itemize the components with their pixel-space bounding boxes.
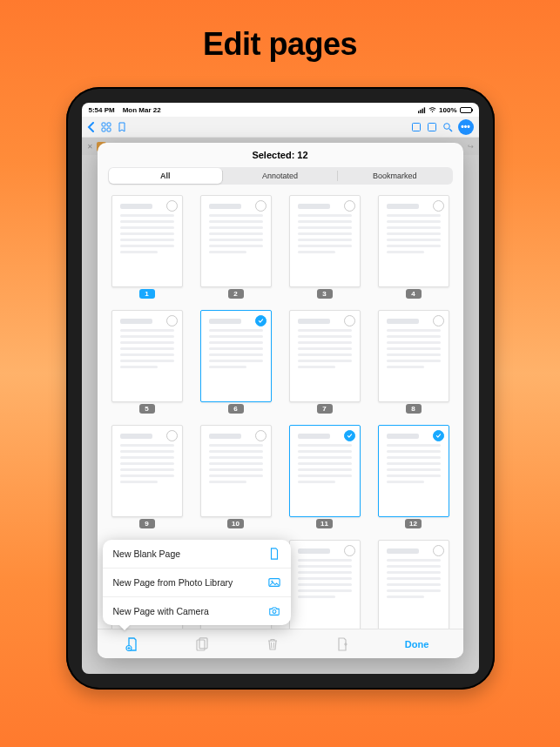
selection-indicator[interactable] xyxy=(344,545,355,556)
page-thumbnail[interactable]: 2 xyxy=(195,195,277,303)
thumbnails-icon[interactable] xyxy=(101,122,111,132)
more-button[interactable]: ••• xyxy=(458,119,474,135)
battery-percent: 100% xyxy=(439,106,456,114)
selection-indicator[interactable] xyxy=(166,200,178,212)
segment-annotated[interactable]: Annotated xyxy=(223,168,337,184)
page-number-badge: 6 xyxy=(228,404,244,414)
page-thumbnail[interactable]: 10 xyxy=(195,425,277,533)
selection-indicator[interactable] xyxy=(344,200,355,212)
page-preview xyxy=(378,540,449,629)
file-icon xyxy=(268,548,280,560)
selection-indicator[interactable] xyxy=(433,315,444,326)
app-navbar: ••• xyxy=(82,117,479,138)
page-editor-modal: Selected: 12 All Annotated Bookmarked 12… xyxy=(98,143,463,658)
status-date: Mon Mar 22 xyxy=(123,106,161,114)
page-preview xyxy=(111,425,183,517)
selection-indicator[interactable] xyxy=(433,200,444,212)
svg-rect-1 xyxy=(420,110,421,113)
svg-rect-5 xyxy=(102,123,105,126)
page-thumbnail[interactable]: 16 xyxy=(373,540,455,629)
page-number-badge: 2 xyxy=(228,289,244,299)
svg-rect-8 xyxy=(107,128,111,131)
bookmark-icon[interactable] xyxy=(117,122,127,132)
page-preview xyxy=(289,425,361,517)
toolbar-icon-b[interactable] xyxy=(427,122,437,132)
export-page-button[interactable] xyxy=(334,636,350,652)
popover-label: New Page with Camera xyxy=(113,606,209,616)
segment-bookmarked[interactable]: Bookmarked xyxy=(338,168,452,184)
page-thumbnail[interactable]: 15 xyxy=(284,540,366,629)
selection-indicator[interactable] xyxy=(344,315,355,326)
page-preview xyxy=(289,195,361,287)
add-page-button[interactable] xyxy=(125,636,140,652)
wifi-icon xyxy=(428,106,436,114)
page-preview xyxy=(378,195,449,287)
filter-segmented-control[interactable]: All Annotated Bookmarked xyxy=(108,167,453,185)
svg-point-11 xyxy=(443,123,449,129)
selection-indicator[interactable] xyxy=(166,315,178,326)
selection-indicator[interactable] xyxy=(255,200,267,212)
page-preview xyxy=(111,195,183,287)
page-preview xyxy=(378,310,449,402)
svg-rect-10 xyxy=(428,123,435,131)
modal-toolbar: Done xyxy=(98,629,463,658)
signal-icon xyxy=(418,106,426,114)
page-thumbnail[interactable]: 12 xyxy=(373,425,455,533)
page-preview xyxy=(200,195,272,287)
delete-page-button[interactable] xyxy=(265,636,280,652)
selection-indicator[interactable] xyxy=(344,430,355,441)
page-thumbnail[interactable]: 7 xyxy=(284,310,366,418)
hero-title: Edit pages xyxy=(203,26,357,63)
modal-title: Selected: 12 xyxy=(98,143,463,167)
page-thumbnail[interactable]: 5 xyxy=(106,310,188,418)
new-page-camera-item[interactable]: New Page with Camera xyxy=(103,597,291,625)
selection-indicator[interactable] xyxy=(255,430,267,441)
svg-rect-7 xyxy=(102,128,105,131)
page-number-badge: 1 xyxy=(139,289,155,299)
selection-indicator[interactable] xyxy=(433,545,444,556)
page-number-badge: 11 xyxy=(316,519,333,528)
page-number-badge: 3 xyxy=(317,289,333,299)
photo-icon xyxy=(268,576,280,589)
svg-rect-6 xyxy=(107,123,111,126)
svg-point-4 xyxy=(432,111,434,112)
svg-rect-0 xyxy=(418,111,419,113)
page-thumbnail[interactable]: 11 xyxy=(284,425,366,533)
page-preview xyxy=(289,540,361,629)
back-icon[interactable] xyxy=(87,122,96,132)
page-number-badge: 9 xyxy=(139,519,155,528)
promo-background: Edit pages 5:54 PM Mon Mar 22 100% xyxy=(0,0,560,747)
page-number-badge: 10 xyxy=(227,519,244,528)
page-number-badge: 12 xyxy=(405,519,422,528)
svg-rect-2 xyxy=(422,108,423,112)
new-page-photo-item[interactable]: New Page from Photo Library xyxy=(103,569,291,597)
status-time: 5:54 PM xyxy=(89,106,115,114)
selection-indicator[interactable] xyxy=(255,315,267,326)
done-button[interactable]: Done xyxy=(405,639,429,649)
battery-icon xyxy=(460,107,472,113)
page-number-badge: 4 xyxy=(406,289,422,299)
page-thumbnail[interactable]: 9 xyxy=(106,425,188,533)
status-left: 5:54 PM Mon Mar 22 xyxy=(89,106,161,114)
selection-indicator[interactable] xyxy=(166,430,178,441)
svg-point-22 xyxy=(273,610,276,614)
add-page-popover: New Blank Page New Page from Photo Libra… xyxy=(103,540,291,625)
page-number-badge: 7 xyxy=(317,404,333,414)
search-icon[interactable] xyxy=(442,122,453,132)
svg-rect-3 xyxy=(424,107,425,113)
page-preview xyxy=(378,425,449,517)
page-thumbnail[interactable]: 6 xyxy=(195,310,277,418)
page-thumbnail[interactable]: 8 xyxy=(373,310,455,418)
duplicate-page-button[interactable] xyxy=(194,636,210,652)
selection-indicator[interactable] xyxy=(433,430,444,441)
svg-rect-9 xyxy=(412,123,420,131)
page-thumbnail[interactable]: 4 xyxy=(373,195,455,303)
page-thumbnail[interactable]: 3 xyxy=(284,195,366,303)
ipad-frame: 5:54 PM Mon Mar 22 100% xyxy=(66,87,495,690)
segment-all[interactable]: All xyxy=(109,168,223,184)
toolbar-icon-a[interactable] xyxy=(411,122,422,132)
page-number-badge: 5 xyxy=(139,404,155,414)
popover-label: New Page from Photo Library xyxy=(113,577,233,588)
page-thumbnail[interactable]: 1 xyxy=(106,195,188,303)
new-blank-page-item[interactable]: New Blank Page xyxy=(103,540,291,569)
